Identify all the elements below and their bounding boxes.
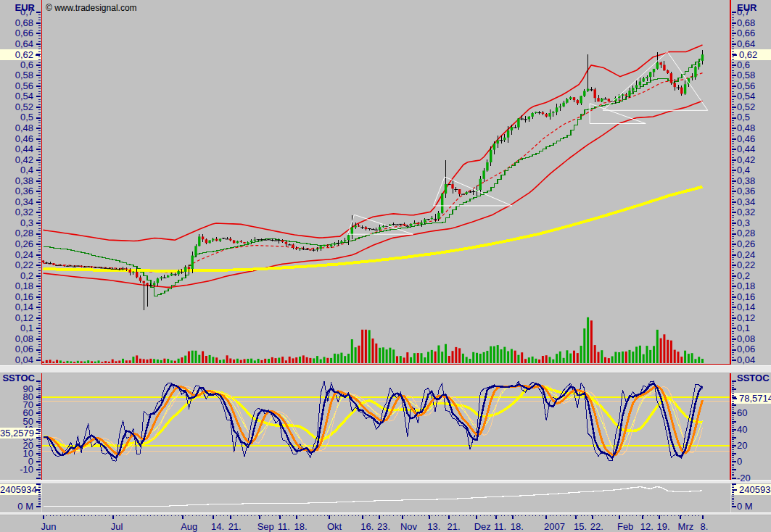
price-tick-label: 0,58 (0, 70, 33, 80)
x-axis-label: 12. (640, 521, 654, 532)
sstoc-tick-label: -10 (0, 465, 33, 475)
price-tick-label: 0,04 (737, 355, 755, 365)
price-tick-label: 0,48 (737, 123, 755, 133)
x-axis-label: Mrz (678, 521, 694, 532)
volume-axis-ticks-right (731, 483, 737, 512)
price-tick-label: 0,48 (0, 123, 33, 133)
price-tick-label: 0,2 (0, 271, 33, 281)
x-axis-label: Feb (617, 521, 633, 532)
price-tick-label: 0,52 (0, 102, 33, 112)
panel-separator[interactable] (0, 365, 771, 373)
price-tick-label: 0,34 (737, 197, 755, 207)
x-axis-label: 18. (294, 521, 308, 532)
x-axis-label: 13. (427, 521, 440, 532)
main-chart-plot[interactable] (41, 0, 731, 365)
price-tick-label: 0,56 (737, 81, 755, 91)
price-tick-label: 0,1 (737, 323, 750, 333)
sstoc-d-value: 35,2579 (0, 428, 34, 439)
volume-value: 2405934 (739, 484, 771, 495)
x-axis-label: 8. (701, 521, 709, 532)
price-tick-label: 0,7 (737, 7, 750, 17)
cumulative-volume-line (44, 487, 703, 507)
price-tick-label: 0,26 (0, 239, 33, 249)
price-tick-label: 0,06 (737, 344, 755, 354)
price-tick-label: 0,4 (0, 165, 33, 175)
volume-zero-label-left: 0 M (0, 502, 33, 512)
price-tick-label: 0,58 (737, 70, 755, 80)
sstoc-value-highlight-right: 78,5714 (731, 393, 771, 404)
price-tick-label: 0,26 (737, 239, 755, 249)
price-tick-label: 0,52 (737, 102, 755, 112)
price-tick-label: 0,64 (0, 39, 33, 49)
x-axis-label: 11. (278, 521, 290, 532)
x-axis-label: Okt (327, 521, 342, 532)
price-tick-label: 0,7 (0, 7, 33, 17)
price-tick-label: 0,18 (0, 281, 33, 291)
x-axis-label: Nov (400, 521, 417, 532)
price-tick-label: 0,06 (0, 344, 33, 354)
x-axis-label: 16. (360, 521, 374, 532)
volume-value-highlight-right: 2405934 (731, 484, 771, 495)
price-tick-label: 0,44 (0, 144, 33, 154)
price-tick-label: 0,42 (0, 155, 33, 165)
bollinger-lower-band (44, 101, 703, 287)
price-tick-label: 0,6 (737, 60, 750, 70)
last-price-value: 0,62 (739, 49, 757, 60)
price-tick-label: 0,46 (737, 134, 755, 144)
sstoc-indicator-plot[interactable] (41, 372, 731, 480)
price-tick-label: 0,28 (0, 228, 33, 238)
price-tick-label: 0,34 (0, 197, 33, 207)
panel-separator[interactable] (0, 480, 771, 484)
price-tick-label: 0,42 (737, 155, 755, 165)
last-price-highlight-right: 0,62 (731, 49, 771, 60)
x-axis-label: Jun (41, 521, 57, 532)
x-axis-ticks (41, 515, 731, 520)
volume-value: 2405934 (0, 484, 37, 495)
copyright-text: © www.tradesignal.com (46, 3, 137, 13)
last-price-value: 0,62 (15, 49, 33, 60)
sstoc-axis-ticks-left (36, 372, 41, 480)
x-axis-label: Aug (181, 521, 197, 532)
x-axis-label: 2007 (544, 521, 565, 532)
price-tick-label: 0,5 (0, 112, 33, 122)
sstoc-label-left: SSTOC (0, 373, 35, 383)
volume-axis-ticks-left (36, 483, 41, 512)
x-axis-label: 11. (494, 521, 506, 532)
price-tick-label: 0,1 (0, 323, 33, 333)
price-tick-label: 0,54 (737, 91, 755, 101)
price-tick-label: 0,32 (0, 207, 33, 217)
x-axis-label: Dez (474, 521, 491, 532)
price-tick-label: 0,6 (0, 60, 33, 70)
price-tick-label: 0,18 (737, 281, 755, 291)
tradesignal-chart-window: EUR EUR © www.tradesignal.com 0,70,680,6… (0, 0, 771, 532)
main-panel-borders (41, 0, 731, 365)
price-tick-label: 0,3 (737, 218, 750, 228)
price-tick-label: 0,08 (0, 334, 33, 344)
price-axis-ticks-left (36, 0, 41, 365)
price-tick-label: 0,22 (0, 260, 33, 270)
price-tick-label: 0,68 (0, 18, 33, 28)
price-tick-label: 0,46 (0, 134, 33, 144)
volume-indicator-plot[interactable] (41, 483, 731, 512)
x-axis-label: 15. (574, 521, 587, 532)
price-tick-label: 0,2 (737, 271, 750, 281)
price-axis-ticks-right (731, 0, 737, 365)
price-tick-label: 0,64 (737, 39, 755, 49)
price-tick-label: 0,32 (737, 207, 755, 217)
price-tick-label: 0,68 (737, 18, 755, 28)
panel-separator[interactable] (0, 512, 771, 515)
price-tick-label: 0,56 (0, 81, 33, 91)
price-tick-label: 0,5 (737, 112, 750, 122)
price-tick-label: 0,66 (0, 28, 33, 38)
price-tick-label: 0,36 (737, 186, 755, 196)
price-tick-label: 0,28 (737, 228, 755, 238)
price-tick-label: 0,3 (0, 218, 33, 228)
price-tick-label: 0,12 (0, 313, 33, 323)
price-tick-label: 0,24 (0, 250, 33, 260)
price-tick-label: 0,66 (737, 28, 755, 38)
price-tick-label: 0,36 (0, 186, 33, 196)
price-tick-label: 0,44 (737, 144, 755, 154)
x-axis-label: Sep (257, 521, 274, 532)
price-tick-label: 0,38 (0, 176, 33, 186)
sstoc-tick-label: -20 (737, 473, 751, 483)
